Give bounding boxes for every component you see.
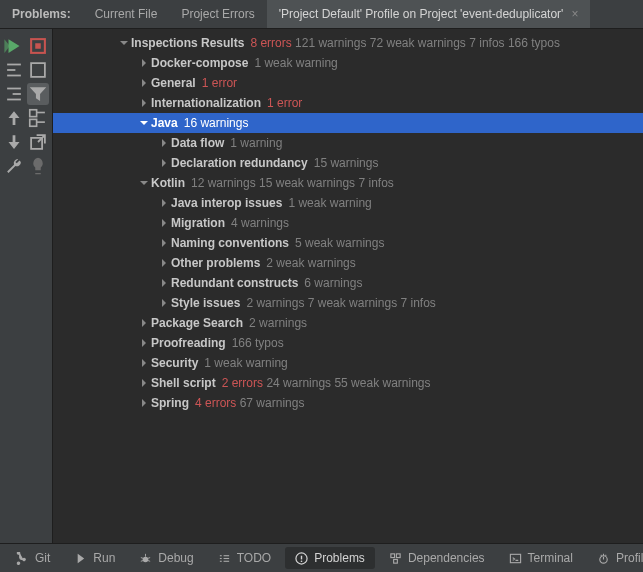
chevron-right-icon[interactable] bbox=[137, 398, 151, 408]
svg-rect-10 bbox=[30, 119, 37, 126]
svg-rect-9 bbox=[30, 110, 37, 117]
tree-row[interactable]: Migration4 warnings bbox=[53, 213, 643, 233]
chevron-right-icon[interactable] bbox=[157, 258, 171, 268]
chevron-right-icon[interactable] bbox=[157, 198, 171, 208]
chevron-right-icon[interactable] bbox=[137, 78, 151, 88]
tree-row-meta: 1 error bbox=[202, 76, 237, 90]
tree-row-meta: 15 warnings bbox=[314, 156, 379, 170]
tree-row[interactable]: General1 error bbox=[53, 73, 643, 93]
tree-row[interactable]: Other problems2 weak warnings bbox=[53, 253, 643, 273]
tree-row[interactable]: Inspections Results8 errors 121 warnings… bbox=[53, 33, 643, 53]
tool-window-terminal[interactable]: Terminal bbox=[499, 547, 583, 569]
tree-row[interactable]: Kotlin12 warnings 15 weak warnings 7 inf… bbox=[53, 173, 643, 193]
tree-row[interactable]: Docker-compose1 weak warning bbox=[53, 53, 643, 73]
tree-row[interactable]: Spring4 errors 67 warnings bbox=[53, 393, 643, 413]
chevron-right-icon[interactable] bbox=[157, 238, 171, 248]
tool-window-git[interactable]: Git bbox=[6, 547, 60, 569]
chevron-right-icon[interactable] bbox=[137, 378, 151, 388]
tree-row[interactable]: Style issues2 warnings 7 weak warnings 7… bbox=[53, 293, 643, 313]
tree-row-meta: 166 typos bbox=[232, 336, 284, 350]
tool-window-label: Terminal bbox=[528, 551, 573, 565]
inspection-tree[interactable]: Inspections Results8 errors 121 warnings… bbox=[53, 29, 643, 545]
left-toolbar bbox=[0, 29, 53, 545]
tree-row[interactable]: Declaration redundancy15 warnings bbox=[53, 153, 643, 173]
tree-row[interactable]: Data flow1 warning bbox=[53, 133, 643, 153]
chevron-right-icon[interactable] bbox=[137, 338, 151, 348]
tool-window-debug[interactable]: Debug bbox=[129, 547, 203, 569]
chevron-right-icon[interactable] bbox=[137, 358, 151, 368]
tree-row-label: Security bbox=[151, 356, 198, 370]
tree-row-meta: 1 weak warning bbox=[288, 196, 371, 210]
tree-row-label: Migration bbox=[171, 216, 225, 230]
bulb-icon[interactable] bbox=[27, 155, 49, 177]
chevron-right-icon[interactable] bbox=[137, 58, 151, 68]
tree-row[interactable]: Package Search2 warnings bbox=[53, 313, 643, 333]
arrow-up-icon[interactable] bbox=[3, 107, 25, 129]
tree-row-label: Java bbox=[151, 116, 178, 130]
chevron-right-icon[interactable] bbox=[157, 158, 171, 168]
wrench-icon[interactable] bbox=[3, 155, 25, 177]
tree-row[interactable]: Internationalization1 error bbox=[53, 93, 643, 113]
tree-row-label: Declaration redundancy bbox=[171, 156, 308, 170]
tree-row[interactable]: Java interop issues1 weak warning bbox=[53, 193, 643, 213]
stop-square-icon[interactable] bbox=[27, 35, 49, 57]
tree-row[interactable]: Redundant constructs6 warnings bbox=[53, 273, 643, 293]
tree-row[interactable]: Proofreading166 typos bbox=[53, 333, 643, 353]
chevron-right-icon[interactable] bbox=[137, 318, 151, 328]
tree-row[interactable]: Naming conventions5 weak warnings bbox=[53, 233, 643, 253]
svg-point-14 bbox=[143, 556, 149, 562]
tree-row-label: Docker-compose bbox=[151, 56, 248, 70]
open-external-icon[interactable] bbox=[27, 131, 49, 153]
svg-rect-1 bbox=[35, 43, 41, 49]
rerun-icon[interactable] bbox=[3, 35, 25, 57]
chevron-right-icon[interactable] bbox=[137, 98, 151, 108]
filter-icon[interactable] bbox=[27, 83, 49, 105]
tree-row-meta: 4 errors 67 warnings bbox=[195, 396, 304, 410]
tree-row[interactable]: Security1 weak warning bbox=[53, 353, 643, 373]
chevron-right-icon[interactable] bbox=[157, 138, 171, 148]
indent-left-icon[interactable] bbox=[3, 59, 25, 81]
tool-window-label: Problems bbox=[314, 551, 365, 565]
chevron-right-icon[interactable] bbox=[157, 298, 171, 308]
tab-inspection-profile[interactable]: 'Project Default' Profile on Project 'ev… bbox=[267, 0, 591, 28]
tree-row-meta: 6 warnings bbox=[304, 276, 362, 290]
tool-window-label: Profiler bbox=[616, 551, 643, 565]
chevron-right-icon[interactable] bbox=[157, 218, 171, 228]
tree-expand-icon[interactable] bbox=[27, 107, 49, 129]
tree-row-meta: 2 warnings bbox=[249, 316, 307, 330]
chevron-down-icon[interactable] bbox=[137, 178, 151, 188]
bug-icon bbox=[139, 552, 152, 565]
tab-current-file[interactable]: Current File bbox=[83, 0, 170, 28]
todo-icon bbox=[218, 552, 231, 565]
tree-row[interactable]: Java16 warnings bbox=[53, 113, 643, 133]
chevron-down-icon[interactable] bbox=[137, 118, 151, 128]
stop-bracket-icon[interactable] bbox=[27, 59, 49, 81]
svg-rect-25 bbox=[396, 553, 400, 557]
tree-row-label: Shell script bbox=[151, 376, 216, 390]
tool-window-todo[interactable]: TODO bbox=[208, 547, 281, 569]
tool-window-dependencies[interactable]: Dependencies bbox=[379, 547, 495, 569]
tree-row-meta: 16 warnings bbox=[184, 116, 249, 130]
chevron-down-icon[interactable] bbox=[117, 38, 131, 48]
tool-window-label: Git bbox=[35, 551, 50, 565]
chevron-right-icon[interactable] bbox=[157, 278, 171, 288]
close-icon[interactable]: × bbox=[571, 7, 578, 21]
arrow-down-icon[interactable] bbox=[3, 131, 25, 153]
tool-window-label: Debug bbox=[158, 551, 193, 565]
profiler-icon bbox=[597, 552, 610, 565]
tool-window-run[interactable]: Run bbox=[64, 547, 125, 569]
indent-right-icon[interactable] bbox=[3, 83, 25, 105]
tree-row-meta: 1 warning bbox=[230, 136, 282, 150]
tool-window-label: Run bbox=[93, 551, 115, 565]
tree-row-label: General bbox=[151, 76, 196, 90]
tool-window-profiler[interactable]: Profiler bbox=[587, 547, 643, 569]
tab-inspection-profile-label: 'Project Default' Profile on Project 'ev… bbox=[279, 7, 564, 21]
tree-row-meta: 1 weak warning bbox=[254, 56, 337, 70]
problems-icon bbox=[295, 552, 308, 565]
tool-window-problems[interactable]: Problems bbox=[285, 547, 375, 569]
tree-row-meta: 2 errors 24 warnings 55 weak warnings bbox=[222, 376, 431, 390]
tree-row-label: Proofreading bbox=[151, 336, 226, 350]
tool-window-label: TODO bbox=[237, 551, 271, 565]
tab-project-errors[interactable]: Project Errors bbox=[169, 0, 266, 28]
tree-row[interactable]: Shell script2 errors 24 warnings 55 weak… bbox=[53, 373, 643, 393]
